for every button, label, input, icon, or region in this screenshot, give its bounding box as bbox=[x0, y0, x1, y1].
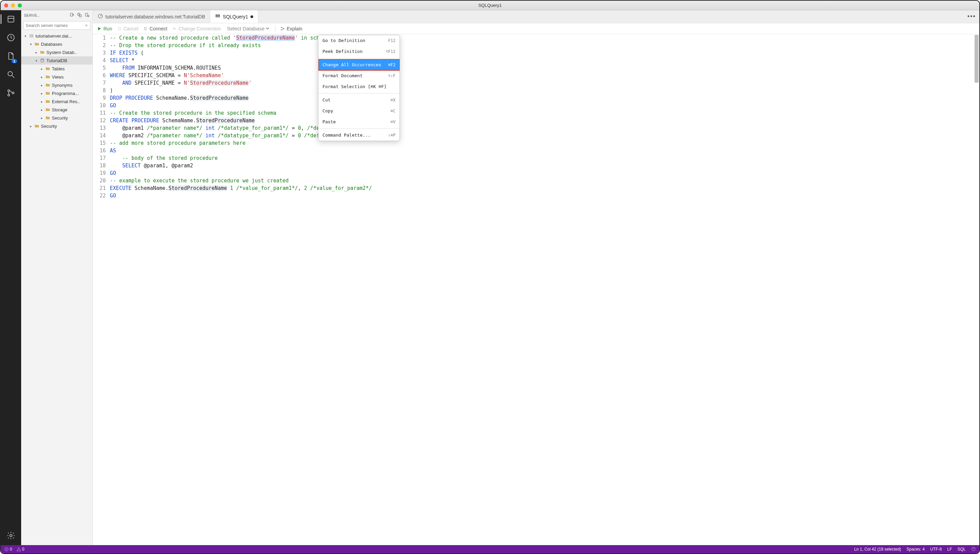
history-icon[interactable] bbox=[5, 32, 17, 44]
search-icon[interactable] bbox=[5, 68, 17, 81]
svg-point-23 bbox=[281, 27, 282, 28]
new-connection-icon[interactable] bbox=[69, 12, 75, 18]
cancel-button: Cancel bbox=[117, 26, 138, 32]
svg-rect-14 bbox=[85, 13, 88, 16]
query-file-icon bbox=[215, 13, 220, 20]
svg-line-4 bbox=[12, 75, 14, 78]
editor: tutorialserver.database.windows.net:Tuto… bbox=[93, 10, 979, 545]
run-button[interactable]: Run bbox=[97, 26, 112, 32]
ctx-item[interactable]: Paste⌘V bbox=[318, 117, 399, 128]
svg-rect-0 bbox=[8, 16, 14, 22]
explain-button[interactable]: Explain bbox=[280, 26, 302, 32]
code-body[interactable]: -- Create a new stored procedure called … bbox=[110, 34, 979, 545]
language-status[interactable]: SQL bbox=[958, 547, 966, 552]
cursor-position[interactable]: Ln 1, Col 42 (19 selected) bbox=[854, 547, 901, 552]
svg-rect-17 bbox=[30, 36, 33, 38]
database-icon bbox=[40, 58, 45, 63]
svg-rect-21 bbox=[216, 16, 220, 17]
tree-external[interactable]: External Res.. bbox=[21, 97, 92, 105]
sidebar-title: SERVE.. bbox=[24, 13, 67, 18]
svg-point-31 bbox=[972, 547, 975, 551]
ctx-item[interactable]: Copy⌘C bbox=[318, 105, 399, 117]
tab-bar: tutorialserver.database.windows.net:Tuto… bbox=[93, 10, 979, 23]
file-icon[interactable]: 1 bbox=[5, 50, 17, 62]
sidebar: SERVE.. × tutorialserver.dat... Database… bbox=[21, 10, 93, 545]
gutter: 12345678910111213141516171819202122 bbox=[93, 34, 110, 545]
ctx-item[interactable]: Change All Occurrences⌘F2 bbox=[318, 59, 399, 70]
svg-point-5 bbox=[8, 90, 10, 91]
svg-point-33 bbox=[974, 548, 974, 549]
folder-icon bbox=[34, 42, 40, 47]
svg-point-24 bbox=[281, 29, 282, 30]
maximize-icon[interactable] bbox=[18, 3, 22, 8]
svg-rect-22 bbox=[118, 27, 121, 30]
ctx-item[interactable]: Command Palette...⇧⌘P bbox=[318, 130, 399, 141]
dashboard-icon bbox=[98, 13, 103, 20]
ctx-item[interactable]: Go to DefinitionF12 bbox=[318, 35, 399, 46]
tree-views[interactable]: Views bbox=[21, 73, 92, 81]
tree-storage[interactable]: Storage bbox=[21, 105, 92, 114]
change-connection-button: Change Connection bbox=[172, 26, 221, 32]
ctx-item[interactable]: Peek Definition⌥F12 bbox=[318, 46, 399, 57]
settings-gear-icon[interactable] bbox=[5, 529, 17, 542]
server-icon bbox=[29, 33, 34, 38]
errors-icon[interactable]: 0 bbox=[4, 547, 12, 552]
titlebar: SQLQuery1 bbox=[1, 1, 979, 10]
clear-search-icon[interactable]: × bbox=[84, 23, 89, 28]
indent-status[interactable]: Spaces: 4 bbox=[907, 547, 925, 552]
tree-server[interactable]: tutorialserver.dat... bbox=[21, 32, 92, 40]
svg-point-6 bbox=[8, 94, 10, 96]
tree-tutorialdb[interactable]: TutorialDB bbox=[21, 56, 92, 65]
ctx-item[interactable]: Format Selection [⌘K ⌘F] bbox=[318, 81, 399, 92]
tab-connection[interactable]: tutorialserver.database.windows.net:Tuto… bbox=[93, 10, 210, 23]
svg-rect-9 bbox=[70, 13, 73, 16]
sidebar-search[interactable]: × bbox=[23, 21, 91, 30]
close-icon[interactable] bbox=[4, 3, 8, 8]
tab-sqlquery[interactable]: SQLQuery1 bbox=[210, 10, 258, 23]
svg-point-18 bbox=[41, 59, 44, 60]
code-editor[interactable]: 12345678910111213141516171819202122 -- C… bbox=[93, 34, 979, 545]
tree-databases[interactable]: Databases bbox=[21, 40, 92, 48]
context-menu: Go to DefinitionF12Peek Definition⌥F12Ch… bbox=[318, 35, 400, 141]
unsaved-indicator-icon bbox=[250, 15, 253, 18]
window-title: SQLQuery1 bbox=[479, 3, 502, 8]
svg-point-32 bbox=[973, 548, 973, 549]
tree-sys-db[interactable]: System Datab.. bbox=[21, 48, 92, 56]
tree-security-server[interactable]: Security bbox=[21, 122, 92, 130]
scrollbar[interactable] bbox=[975, 34, 978, 545]
svg-point-15 bbox=[88, 15, 89, 17]
encoding-status[interactable]: UTF-8 bbox=[930, 547, 942, 552]
svg-point-3 bbox=[8, 71, 12, 76]
status-bar: 0 0 Ln 1, Col 42 (19 selected) Spaces: 4… bbox=[1, 545, 979, 553]
svg-point-7 bbox=[12, 92, 14, 94]
source-control-icon[interactable] bbox=[5, 87, 17, 99]
svg-point-25 bbox=[283, 28, 284, 29]
warnings-icon[interactable]: 0 bbox=[16, 547, 25, 552]
scroll-thumb[interactable] bbox=[975, 35, 978, 83]
ctx-item[interactable]: Format Document⌥⇧F bbox=[318, 70, 399, 81]
search-input[interactable] bbox=[25, 22, 84, 29]
feedback-icon[interactable] bbox=[971, 546, 976, 552]
collapse-icon[interactable] bbox=[84, 12, 90, 18]
file-badge: 1 bbox=[11, 59, 17, 63]
tree-security-db[interactable]: Security bbox=[21, 114, 92, 122]
connect-button[interactable]: Connect bbox=[143, 26, 167, 32]
minimize-icon[interactable] bbox=[11, 3, 15, 8]
server-tree: tutorialserver.dat... Databases System D… bbox=[21, 30, 92, 545]
svg-point-8 bbox=[10, 535, 12, 537]
new-group-icon[interactable] bbox=[77, 12, 82, 18]
ctx-item[interactable]: Cut⌘X bbox=[318, 94, 399, 105]
eol-status[interactable]: LF bbox=[947, 547, 952, 552]
select-database-dropdown[interactable]: Select Database bbox=[226, 25, 270, 32]
servers-icon[interactable] bbox=[5, 13, 17, 25]
svg-rect-20 bbox=[216, 15, 220, 16]
tree-synonyms[interactable]: Synonyms bbox=[21, 81, 92, 89]
editor-toolbar: Run Cancel Connect Change Connection Sel… bbox=[93, 23, 979, 34]
svg-rect-16 bbox=[30, 35, 33, 36]
tree-programmability[interactable]: Programma... bbox=[21, 89, 92, 97]
tree-tables[interactable]: Tables bbox=[21, 65, 92, 73]
tab-overflow-icon[interactable]: ••• bbox=[967, 13, 976, 20]
folder-icon bbox=[40, 49, 45, 55]
activity-bar: 1 bbox=[1, 10, 21, 545]
